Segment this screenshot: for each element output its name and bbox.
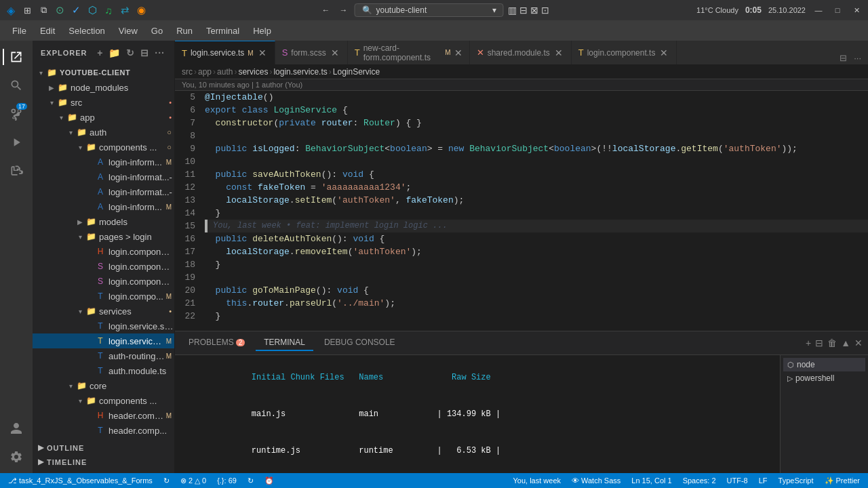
tree-login-inform4[interactable]: ▶ A login-inform... M xyxy=(33,199,174,214)
more-actions-icon[interactable]: ··· xyxy=(153,46,166,60)
tree-app[interactable]: ▾ 📁 app • xyxy=(33,110,174,125)
tree-login-comp-s2[interactable]: ▶ S login.component.s... xyxy=(33,274,174,289)
menu-view[interactable]: View xyxy=(113,24,143,38)
tree-login-comp-m[interactable]: ▶ T login.compo... M xyxy=(33,289,174,304)
search-bar[interactable]: 🔍 youtube-client ▾ xyxy=(355,3,504,17)
tree-login-inform2[interactable]: ▶ A login-informat...- xyxy=(33,169,174,184)
status-format[interactable]: {.}: 69 xyxy=(214,473,239,488)
layout-icon-1[interactable]: ▥ xyxy=(508,5,517,16)
terminal-content[interactable]: Initial Chunk Files Names Raw Size main.… xyxy=(175,355,780,473)
maximize-button[interactable]: □ xyxy=(831,5,844,16)
breadcrumb-app[interactable]: app xyxy=(198,67,212,77)
activity-extensions[interactable] xyxy=(3,157,30,184)
status-errors[interactable]: ⊗ 2 △ 0 xyxy=(178,473,209,488)
status-run[interactable]: ↻ xyxy=(245,473,256,488)
tree-header-comp2[interactable]: ▶ T header.comp... xyxy=(33,423,174,438)
breadcrumb-symbol[interactable]: LoginService xyxy=(333,67,380,77)
tree-core-components[interactable]: ▾ 📁 components ... xyxy=(33,393,174,408)
tree-src[interactable]: ▾ 📁 src • xyxy=(33,95,174,110)
breadcrumb-src[interactable]: src xyxy=(182,67,193,77)
tree-login-comp-h[interactable]: ▶ H login.component.h... xyxy=(33,244,174,259)
tree-login-inform1[interactable]: ▶ A login-inform... M xyxy=(33,155,174,169)
breadcrumb-auth[interactable]: auth xyxy=(217,67,233,77)
panel-tab-problems[interactable]: PROBLEMS2 xyxy=(180,335,253,351)
add-terminal-icon[interactable]: + xyxy=(806,338,811,348)
tree-login-spec[interactable]: ▶ T login.service.spec.ts xyxy=(33,319,174,333)
activity-search[interactable] xyxy=(3,72,30,99)
tab-shared-module[interactable]: ✕ shared.module.ts ✕ xyxy=(470,41,572,64)
tree-models[interactable]: ▶ 📁 models xyxy=(33,214,174,229)
layout-icon-2[interactable]: ⊟ xyxy=(519,5,528,16)
timeline-section-header[interactable]: ▶ TIMELINE xyxy=(33,455,174,469)
refresh-icon[interactable]: ↻ xyxy=(125,46,136,60)
activity-accounts[interactable] xyxy=(3,415,30,442)
tree-node-modules[interactable]: ▶ 📁 node_modules xyxy=(33,80,174,95)
status-spaces[interactable]: Spaces: 2 xyxy=(680,473,719,488)
login-comp-tab-close[interactable]: ✕ xyxy=(658,47,669,58)
code-editor[interactable]: 5 6 7 8 9 10 11 12 13 14 15 16 17 18 xyxy=(175,91,868,331)
terminal-proc-powershell[interactable]: ▷ powershell xyxy=(783,371,865,385)
status-cursor-pos[interactable]: Ln 15, Col 1 xyxy=(629,473,674,488)
breadcrumb-file[interactable]: login.service.ts xyxy=(273,67,327,77)
tab-form-scss[interactable]: S form.scss ✕ xyxy=(275,41,348,64)
panel-tab-debug-console[interactable]: DEBUG CONSOLE xyxy=(316,335,403,351)
login-service-tab-close[interactable]: ✕ xyxy=(257,47,268,58)
new-card-tab-close[interactable]: ✕ xyxy=(454,47,462,58)
status-line-ending[interactable]: LF xyxy=(756,473,770,488)
new-file-icon[interactable]: + xyxy=(96,46,104,60)
tree-root-folder[interactable]: ▾ 📁 YOUTUBE-CLIENT xyxy=(33,65,174,80)
split-editor-icon[interactable]: ⊟ xyxy=(837,52,850,64)
nav-back[interactable]: ← xyxy=(319,4,333,16)
tree-pages-login[interactable]: ▾ 📁 pages > login xyxy=(33,229,174,244)
status-sync[interactable]: ↻ xyxy=(161,473,172,488)
tree-login-inform3[interactable]: ▶ A login-informat...- xyxy=(33,184,174,199)
activity-source-control[interactable]: 17 xyxy=(3,100,30,127)
shared-tab-close[interactable]: ✕ xyxy=(553,47,564,58)
tree-login-comp-s[interactable]: ▶ S login.component.s... xyxy=(33,259,174,274)
outline-section-header[interactable]: ▶ OUTLINE xyxy=(33,441,174,455)
terminal-proc-node[interactable]: ⬡ node xyxy=(783,358,865,371)
menu-edit[interactable]: Edit xyxy=(35,24,60,38)
panel-tab-terminal[interactable]: TERMINAL xyxy=(256,335,313,351)
layout-icon-3[interactable]: ⊠ xyxy=(530,5,538,16)
tree-auth-routing[interactable]: ▶ T auth-routing.modul... M xyxy=(33,348,174,363)
tab-new-card-form[interactable]: T new-card-form.component.ts M ✕ xyxy=(348,41,470,64)
menu-go[interactable]: Go xyxy=(146,24,168,38)
split-terminal-icon[interactable]: ⊟ xyxy=(815,338,823,348)
breadcrumb-services[interactable]: services xyxy=(238,67,268,77)
menu-terminal[interactable]: Terminal xyxy=(201,24,245,38)
close-panel-icon[interactable]: ✕ xyxy=(854,338,863,348)
collapse-icon[interactable]: ⊟ xyxy=(139,46,151,60)
kill-terminal-icon[interactable]: 🗑 xyxy=(827,338,837,348)
status-git-user[interactable]: You, last week xyxy=(510,473,564,488)
status-watch-sass[interactable]: 👁 Watch Sass xyxy=(569,473,623,488)
activity-run[interactable] xyxy=(3,129,30,156)
tab-login-component[interactable]: T login.component.ts ✕ xyxy=(572,41,677,64)
tab-login-service[interactable]: T login.service.ts M ✕ xyxy=(175,41,275,64)
new-folder-icon[interactable]: 📁 xyxy=(107,46,122,60)
tree-services[interactable]: ▾ 📁 services • xyxy=(33,304,174,319)
activity-explorer[interactable] xyxy=(3,43,30,70)
status-encoding[interactable]: UTF-8 xyxy=(724,473,751,488)
nav-forward[interactable]: → xyxy=(337,4,351,16)
menu-selection[interactable]: Selection xyxy=(63,24,110,38)
tree-components[interactable]: ▾ 📁 components ... ○ xyxy=(33,140,174,155)
menu-run[interactable]: Run xyxy=(171,24,198,38)
activity-settings[interactable] xyxy=(3,443,30,470)
tree-header-comp1[interactable]: ▶ H header.comp... M xyxy=(33,408,174,423)
menu-help[interactable]: Help xyxy=(248,24,277,38)
tree-core[interactable]: ▾ 📁 core xyxy=(33,378,174,393)
status-git-branch[interactable]: ⎇ task_4_RxJS_&_Observables_&_Forms xyxy=(5,473,155,488)
menu-file[interactable]: File xyxy=(7,24,32,38)
status-language[interactable]: TypeScript xyxy=(776,473,816,488)
status-clock[interactable]: ⏰ xyxy=(262,473,277,488)
tree-auth-module[interactable]: ▶ T auth.module.ts xyxy=(33,363,174,378)
close-button[interactable]: ✕ xyxy=(850,5,863,16)
tree-login-service[interactable]: ▶ T login.service.ts M xyxy=(33,333,174,348)
tree-auth[interactable]: ▾ 📁 auth ○ xyxy=(33,125,174,140)
form-scss-tab-close[interactable]: ✕ xyxy=(330,47,340,58)
more-tabs-icon[interactable]: ··· xyxy=(851,52,864,64)
maximize-panel-icon[interactable]: ▲ xyxy=(841,338,850,348)
status-prettier[interactable]: ✨ Prettier xyxy=(822,473,863,488)
minimize-button[interactable]: — xyxy=(812,5,825,16)
